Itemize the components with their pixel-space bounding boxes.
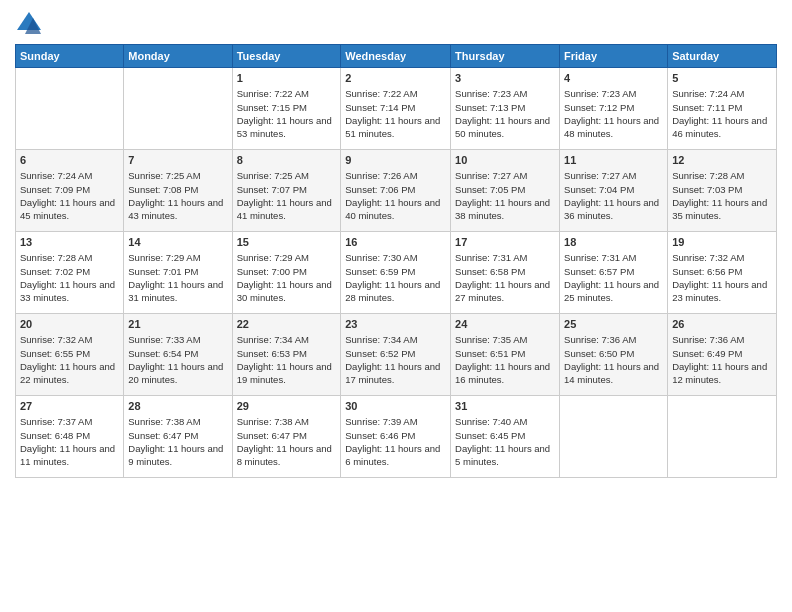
cell-data: Sunset: 7:05 PM [455, 183, 555, 196]
cell-data: Daylight: 11 hours and 17 minutes. [345, 360, 446, 387]
cell-data: Sunrise: 7:32 AM [672, 251, 772, 264]
day-number: 11 [564, 153, 663, 168]
calendar-cell: 5Sunrise: 7:24 AMSunset: 7:11 PMDaylight… [668, 68, 777, 150]
calendar-cell: 25Sunrise: 7:36 AMSunset: 6:50 PMDayligh… [560, 314, 668, 396]
cell-data: Sunrise: 7:27 AM [564, 169, 663, 182]
day-number: 27 [20, 399, 119, 414]
calendar-cell: 15Sunrise: 7:29 AMSunset: 7:00 PMDayligh… [232, 232, 341, 314]
cell-data: Sunset: 7:03 PM [672, 183, 772, 196]
calendar-cell: 3Sunrise: 7:23 AMSunset: 7:13 PMDaylight… [451, 68, 560, 150]
cell-data: Sunrise: 7:23 AM [564, 87, 663, 100]
calendar-cell: 6Sunrise: 7:24 AMSunset: 7:09 PMDaylight… [16, 150, 124, 232]
cell-data: Sunset: 6:58 PM [455, 265, 555, 278]
cell-data: Daylight: 11 hours and 40 minutes. [345, 196, 446, 223]
cell-data: Sunrise: 7:31 AM [564, 251, 663, 264]
calendar-cell: 18Sunrise: 7:31 AMSunset: 6:57 PMDayligh… [560, 232, 668, 314]
cell-data: Sunset: 7:07 PM [237, 183, 337, 196]
cell-data: Sunrise: 7:31 AM [455, 251, 555, 264]
calendar-cell: 9Sunrise: 7:26 AMSunset: 7:06 PMDaylight… [341, 150, 451, 232]
cell-data: Sunset: 6:49 PM [672, 347, 772, 360]
cell-data: Sunrise: 7:38 AM [237, 415, 337, 428]
day-number: 3 [455, 71, 555, 86]
calendar-cell: 26Sunrise: 7:36 AMSunset: 6:49 PMDayligh… [668, 314, 777, 396]
calendar-cell: 17Sunrise: 7:31 AMSunset: 6:58 PMDayligh… [451, 232, 560, 314]
cell-data: Sunset: 7:00 PM [237, 265, 337, 278]
cell-data: Sunrise: 7:35 AM [455, 333, 555, 346]
cell-data: Sunrise: 7:22 AM [345, 87, 446, 100]
calendar-cell: 8Sunrise: 7:25 AMSunset: 7:07 PMDaylight… [232, 150, 341, 232]
cell-data: Daylight: 11 hours and 19 minutes. [237, 360, 337, 387]
cell-data: Sunset: 7:02 PM [20, 265, 119, 278]
week-row-5: 27Sunrise: 7:37 AMSunset: 6:48 PMDayligh… [16, 396, 777, 478]
cell-data: Sunset: 7:06 PM [345, 183, 446, 196]
cell-data: Sunset: 7:14 PM [345, 101, 446, 114]
cell-data: Daylight: 11 hours and 8 minutes. [237, 442, 337, 469]
calendar-cell: 21Sunrise: 7:33 AMSunset: 6:54 PMDayligh… [124, 314, 232, 396]
cell-data: Sunset: 6:59 PM [345, 265, 446, 278]
day-number: 5 [672, 71, 772, 86]
day-number: 17 [455, 235, 555, 250]
header-row: SundayMondayTuesdayWednesdayThursdayFrid… [16, 45, 777, 68]
calendar-cell: 7Sunrise: 7:25 AMSunset: 7:08 PMDaylight… [124, 150, 232, 232]
calendar-cell [124, 68, 232, 150]
cell-data: Sunset: 6:50 PM [564, 347, 663, 360]
cell-data: Sunrise: 7:32 AM [20, 333, 119, 346]
cell-data: Daylight: 11 hours and 22 minutes. [20, 360, 119, 387]
cell-data: Sunrise: 7:28 AM [672, 169, 772, 182]
day-number: 18 [564, 235, 663, 250]
cell-data: Sunrise: 7:24 AM [672, 87, 772, 100]
day-number: 19 [672, 235, 772, 250]
logo [15, 10, 47, 38]
cell-data: Daylight: 11 hours and 12 minutes. [672, 360, 772, 387]
calendar-cell: 16Sunrise: 7:30 AMSunset: 6:59 PMDayligh… [341, 232, 451, 314]
calendar-cell: 28Sunrise: 7:38 AMSunset: 6:47 PMDayligh… [124, 396, 232, 478]
logo-icon [15, 10, 43, 38]
cell-data: Daylight: 11 hours and 25 minutes. [564, 278, 663, 305]
calendar-cell: 4Sunrise: 7:23 AMSunset: 7:12 PMDaylight… [560, 68, 668, 150]
page: SundayMondayTuesdayWednesdayThursdayFrid… [0, 0, 792, 612]
day-number: 7 [128, 153, 227, 168]
day-number: 25 [564, 317, 663, 332]
calendar-cell: 30Sunrise: 7:39 AMSunset: 6:46 PMDayligh… [341, 396, 451, 478]
day-number: 20 [20, 317, 119, 332]
cell-data: Sunset: 6:47 PM [128, 429, 227, 442]
day-header-sunday: Sunday [16, 45, 124, 68]
calendar-cell: 31Sunrise: 7:40 AMSunset: 6:45 PMDayligh… [451, 396, 560, 478]
calendar-cell: 14Sunrise: 7:29 AMSunset: 7:01 PMDayligh… [124, 232, 232, 314]
cell-data: Sunrise: 7:34 AM [345, 333, 446, 346]
day-number: 26 [672, 317, 772, 332]
cell-data: Sunrise: 7:22 AM [237, 87, 337, 100]
day-number: 13 [20, 235, 119, 250]
cell-data: Daylight: 11 hours and 28 minutes. [345, 278, 446, 305]
week-row-1: 1Sunrise: 7:22 AMSunset: 7:15 PMDaylight… [16, 68, 777, 150]
week-row-2: 6Sunrise: 7:24 AMSunset: 7:09 PMDaylight… [16, 150, 777, 232]
day-header-monday: Monday [124, 45, 232, 68]
day-number: 9 [345, 153, 446, 168]
calendar-cell: 23Sunrise: 7:34 AMSunset: 6:52 PMDayligh… [341, 314, 451, 396]
cell-data: Daylight: 11 hours and 41 minutes. [237, 196, 337, 223]
cell-data: Sunrise: 7:28 AM [20, 251, 119, 264]
cell-data: Sunrise: 7:33 AM [128, 333, 227, 346]
cell-data: Daylight: 11 hours and 11 minutes. [20, 442, 119, 469]
cell-data: Daylight: 11 hours and 35 minutes. [672, 196, 772, 223]
cell-data: Sunset: 6:53 PM [237, 347, 337, 360]
cell-data: Daylight: 11 hours and 43 minutes. [128, 196, 227, 223]
calendar-cell: 12Sunrise: 7:28 AMSunset: 7:03 PMDayligh… [668, 150, 777, 232]
cell-data: Sunset: 6:45 PM [455, 429, 555, 442]
calendar-cell: 24Sunrise: 7:35 AMSunset: 6:51 PMDayligh… [451, 314, 560, 396]
cell-data: Sunset: 6:55 PM [20, 347, 119, 360]
cell-data: Sunrise: 7:24 AM [20, 169, 119, 182]
day-number: 10 [455, 153, 555, 168]
week-row-4: 20Sunrise: 7:32 AMSunset: 6:55 PMDayligh… [16, 314, 777, 396]
cell-data: Sunrise: 7:36 AM [672, 333, 772, 346]
cell-data: Sunset: 6:57 PM [564, 265, 663, 278]
day-number: 12 [672, 153, 772, 168]
day-number: 16 [345, 235, 446, 250]
day-number: 6 [20, 153, 119, 168]
cell-data: Daylight: 11 hours and 48 minutes. [564, 114, 663, 141]
calendar-cell: 10Sunrise: 7:27 AMSunset: 7:05 PMDayligh… [451, 150, 560, 232]
day-number: 28 [128, 399, 227, 414]
day-header-thursday: Thursday [451, 45, 560, 68]
cell-data: Sunrise: 7:25 AM [237, 169, 337, 182]
cell-data: Sunset: 7:11 PM [672, 101, 772, 114]
